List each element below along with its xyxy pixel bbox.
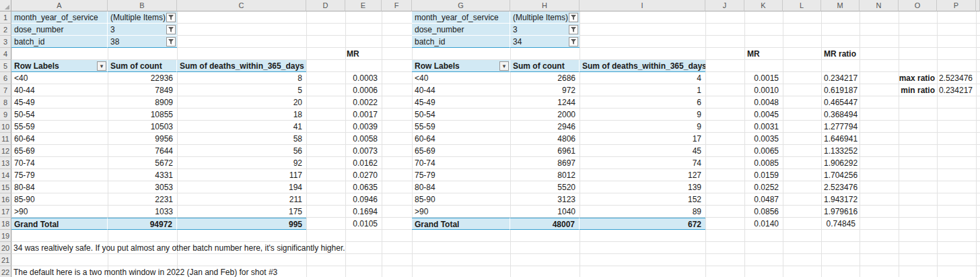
row-header-5[interactable]: 5 — [0, 60, 11, 72]
filter-icon-right-dose_number[interactable] — [569, 25, 578, 34]
count-left-15[interactable]: 3053 — [108, 181, 177, 193]
mr-left-10[interactable]: 0.0039 — [345, 121, 382, 133]
count-right-10[interactable]: 2946 — [510, 121, 580, 133]
count-left-11[interactable]: 9956 — [108, 133, 177, 145]
count-left-6[interactable]: 22936 — [108, 72, 177, 84]
mr-ratio-right-16[interactable]: 1.943172 — [821, 193, 860, 206]
mr-left-15[interactable]: 0.0635 — [345, 181, 382, 193]
count-right-12[interactable]: 6961 — [510, 145, 580, 157]
row-header-1[interactable]: 1 — [0, 11, 11, 24]
rowlabel-right-15[interactable]: 80-84 — [412, 181, 510, 193]
mr-left-9[interactable]: 0.0017 — [345, 109, 382, 121]
mr-right-12[interactable]: 0.0065 — [744, 145, 783, 157]
mr-ratio-right-7[interactable]: 0.619187 — [821, 84, 860, 96]
filter-icon-left-dose_number[interactable] — [166, 25, 176, 34]
row-header-9[interactable]: 9 — [0, 109, 11, 121]
row-header-16[interactable]: 16 — [0, 193, 11, 206]
mr-right-6[interactable]: 0.0015 — [744, 72, 783, 84]
count-left-9[interactable]: 10855 — [108, 109, 177, 121]
row-header-12[interactable]: 12 — [0, 145, 11, 157]
rowlabel-right-9[interactable]: 50-54 — [412, 109, 510, 121]
count-right-15[interactable]: 5520 — [510, 181, 580, 193]
row-header-6[interactable]: 6 — [0, 72, 11, 84]
deaths-left-8[interactable]: 20 — [177, 96, 306, 109]
rowlabel-right-17[interactable]: >90 — [412, 206, 510, 218]
filter-icon-left-month_year_of_service[interactable] — [166, 13, 176, 22]
grand-total-count-left[interactable]: 94972 — [108, 218, 177, 230]
mr-right-17[interactable]: 0.0856 — [744, 206, 783, 218]
count-right-6[interactable]: 2686 — [510, 72, 580, 84]
mr-right-7[interactable]: 0.0010 — [744, 84, 783, 96]
deaths-left-9[interactable]: 18 — [177, 109, 306, 121]
filter-icon-right-batch_id[interactable] — [569, 37, 578, 47]
mr-left-17[interactable]: 0.1694 — [345, 206, 382, 218]
rowlabel-left-14[interactable]: 75-79 — [11, 169, 108, 181]
deaths-right-12[interactable]: 45 — [580, 145, 705, 157]
count-right-14[interactable]: 8012 — [510, 169, 580, 181]
mr-left-8[interactable]: 0.0022 — [345, 96, 382, 109]
deaths-right-16[interactable]: 152 — [580, 193, 705, 206]
row-header-15[interactable]: 15 — [0, 181, 11, 193]
note-default-window[interactable]: The default here is a two month window i… — [13, 266, 277, 277]
rowlabel-right-11[interactable]: 60-64 — [412, 133, 510, 145]
grand-total-mr-ratio-right[interactable]: 0.74845 — [821, 218, 860, 230]
rowlabel-left-9[interactable]: 50-54 — [11, 109, 108, 121]
deaths-right-8[interactable]: 6 — [580, 96, 705, 109]
rowlabel-left-17[interactable]: >90 — [11, 206, 108, 218]
rowlabel-left-10[interactable]: 55-59 — [11, 121, 108, 133]
count-right-13[interactable]: 8697 — [510, 157, 580, 169]
mr-left-13[interactable]: 0.0162 — [345, 157, 382, 169]
rowlabel-right-14[interactable]: 75-79 — [412, 169, 510, 181]
column-header-C[interactable]: C — [177, 0, 306, 11]
count-left-14[interactable]: 4331 — [108, 169, 177, 181]
deaths-left-17[interactable]: 175 — [177, 206, 306, 218]
mr-ratio-right-9[interactable]: 0.368494 — [821, 109, 860, 121]
count-left-7[interactable]: 7849 — [108, 84, 177, 96]
count-right-17[interactable]: 1040 — [510, 206, 580, 218]
grand-total-label-left[interactable]: Grand Total — [11, 218, 108, 230]
mr-right-16[interactable]: 0.0487 — [744, 193, 783, 206]
mr-ratio-right-10[interactable]: 1.277794 — [821, 121, 860, 133]
mr-ratio-right-12[interactable]: 1.133252 — [821, 145, 860, 157]
rowlabel-left-12[interactable]: 65-69 — [11, 145, 108, 157]
mr-ratio-right-13[interactable]: 1.906292 — [821, 157, 860, 169]
column-header-M[interactable]: M — [821, 0, 860, 11]
grand-total-mr-left[interactable]: 0.0105 — [345, 218, 382, 230]
column-header-I[interactable]: I — [580, 0, 705, 11]
row-header-17[interactable]: 17 — [0, 206, 11, 218]
count-left-16[interactable]: 2231 — [108, 193, 177, 206]
mr-left-12[interactable]: 0.0073 — [345, 145, 382, 157]
grand-total-count-right[interactable]: 48007 — [510, 218, 580, 230]
column-header-B[interactable]: B — [108, 0, 177, 11]
deaths-left-11[interactable]: 58 — [177, 133, 306, 145]
mr-ratio-right-15[interactable]: 2.523476 — [821, 181, 860, 193]
mr-ratio-right-8[interactable]: 0.465447 — [821, 96, 860, 109]
mr-ratio-right-14[interactable]: 1.704256 — [821, 169, 860, 181]
rowlabel-left-16[interactable]: 85-90 — [11, 193, 108, 206]
rowlabel-left-15[interactable]: 80-84 — [11, 181, 108, 193]
column-header-P[interactable]: P — [937, 0, 976, 11]
mr-ratio-right-17[interactable]: 1.979616 — [821, 206, 860, 218]
deaths-left-15[interactable]: 194 — [177, 181, 306, 193]
rowlabel-left-8[interactable]: 45-49 — [11, 96, 108, 109]
deaths-right-10[interactable]: 9 — [580, 121, 705, 133]
rowlabel-right-6[interactable]: <40 — [412, 72, 510, 84]
deaths-left-6[interactable]: 8 — [177, 72, 306, 84]
rowlabel-left-11[interactable]: 60-64 — [11, 133, 108, 145]
mr-ratio-right-11[interactable]: 1.646941 — [821, 133, 860, 145]
deaths-right-11[interactable]: 17 — [580, 133, 705, 145]
count-left-10[interactable]: 10503 — [108, 121, 177, 133]
column-header-N[interactable]: N — [860, 0, 899, 11]
grand-total-deaths-right[interactable]: 672 — [580, 218, 705, 230]
rowlabel-right-13[interactable]: 70-74 — [412, 157, 510, 169]
row-header-2[interactable]: 2 — [0, 24, 11, 36]
mr-ratio-right-6[interactable]: 0.234217 — [821, 72, 860, 84]
row-header-3[interactable]: 3 — [0, 36, 11, 48]
min-ratio-value[interactable]: 0.234217 — [937, 84, 973, 96]
mr-left-14[interactable]: 0.0270 — [345, 169, 382, 181]
mr-right-14[interactable]: 0.0159 — [744, 169, 783, 181]
deaths-right-7[interactable]: 1 — [580, 84, 705, 96]
mr-right-9[interactable]: 0.0045 — [744, 109, 783, 121]
rowlabel-right-12[interactable]: 65-69 — [412, 145, 510, 157]
count-right-8[interactable]: 1244 — [510, 96, 580, 109]
